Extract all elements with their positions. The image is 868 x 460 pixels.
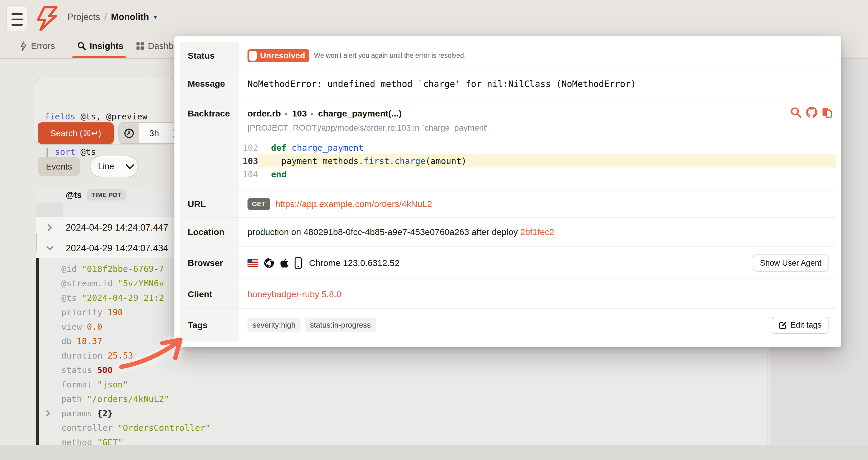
- location-row: Location production on 480291b8-0fcc-4b8…: [180, 217, 836, 246]
- scrollbar-thumb[interactable]: [36, 232, 36, 254]
- tags-label: Tags: [188, 320, 239, 330]
- edit-tags-button[interactable]: Edit tags: [772, 317, 829, 334]
- field-key: path: [61, 394, 82, 404]
- field-key: priority: [61, 307, 102, 317]
- field-value: 0.0: [87, 322, 102, 332]
- field-value: "GET": [97, 437, 123, 445]
- event-field: status500: [36, 363, 210, 377]
- chevron-right-icon[interactable]: [44, 409, 52, 417]
- field-key: params: [61, 408, 92, 419]
- field-value: "json": [97, 379, 128, 390]
- code-segment: (amount): [426, 156, 467, 166]
- field-value: "2024-04-29 21:2: [82, 293, 164, 303]
- row-timestamp: 2024-04-29 14:24:07.447: [66, 222, 168, 233]
- backtrace-file[interactable]: order.rb: [248, 109, 281, 118]
- honeybadger-logo-icon[interactable]: [35, 6, 59, 31]
- code-text: def charge_payment: [271, 143, 364, 153]
- chart-type-value[interactable]: Line: [90, 156, 122, 177]
- browser-version: Chrome 123.0.6312.52: [309, 258, 400, 268]
- error-detail-modal: Status Unresolved We won't alert you aga…: [175, 36, 841, 347]
- backtrace-breadcrumb[interactable]: order.rb ▸ 103 ▸ charge_payment(...): [248, 109, 402, 118]
- tab-errors-label: Errors: [31, 41, 55, 51]
- breadcrumb-projects[interactable]: Projects: [67, 12, 100, 22]
- github-icon[interactable]: [806, 107, 817, 118]
- show-user-agent-button[interactable]: Show User Agent: [753, 255, 829, 271]
- tab-insights[interactable]: Insights: [77, 34, 123, 58]
- code-segment: def: [271, 143, 292, 153]
- status-label: Status: [188, 51, 239, 61]
- search-code-icon[interactable]: [790, 107, 801, 118]
- breadcrumb-project-name[interactable]: Monolith: [111, 12, 149, 22]
- tag-chips: severity:highstatus:in-progress: [248, 320, 380, 330]
- chart-type-select[interactable]: Line: [90, 156, 138, 177]
- code-text: end: [271, 169, 286, 179]
- field-key: @stream.id: [61, 278, 113, 288]
- chevron-right-icon[interactable]: [45, 223, 54, 232]
- backtrace-label: Backtrace: [188, 109, 239, 118]
- code-line: 104end: [242, 168, 836, 181]
- events-toggle-button[interactable]: Events: [38, 157, 80, 176]
- search-icon: [77, 41, 86, 51]
- copy-icon[interactable]: [822, 107, 833, 118]
- client-library-link[interactable]: honeybadger-ruby 5.8.0: [248, 289, 341, 299]
- code-segment: sort: [55, 147, 75, 157]
- time-range-value[interactable]: 3h: [139, 123, 169, 143]
- field-value: "5vzYMN6v: [118, 278, 164, 288]
- clock-segment[interactable]: [119, 123, 139, 143]
- code-segment: fields: [44, 112, 75, 121]
- edit-tags-button-label: Edit tags: [790, 320, 822, 330]
- top-header: Projects / Monolith ▾: [0, 0, 868, 34]
- url-label: URL: [188, 199, 239, 209]
- code-segment: charge: [395, 156, 426, 166]
- browser-row: Browser Chrome 123.0.6312.52 Show User A…: [180, 246, 836, 280]
- code-segment: charge_payment: [292, 143, 364, 153]
- field-value: "/orders/4kNuL2": [87, 394, 169, 404]
- code-segment: .: [390, 156, 395, 166]
- breadcrumb: Projects / Monolith ▾: [67, 0, 157, 34]
- field-value: 18.37: [76, 336, 102, 346]
- tag-chip: status:in-progress: [305, 318, 376, 332]
- column-header-ts[interactable]: @ts: [66, 190, 82, 200]
- code-segment: |: [44, 147, 55, 157]
- message-label: Message: [188, 79, 239, 89]
- time-range-control[interactable]: 3h: [119, 122, 183, 144]
- client-label: Client: [188, 289, 239, 299]
- chrome-icon: [264, 258, 274, 268]
- status-badge[interactable]: Unresolved: [248, 49, 309, 62]
- mobile-phone-icon: [294, 257, 302, 269]
- field-value: 25.53: [107, 351, 133, 361]
- event-field: method"GET": [36, 435, 210, 445]
- chevron-right-icon: ▸: [285, 110, 288, 117]
- error-message: NoMethodError: undefined method `charge'…: [248, 79, 636, 89]
- tab-errors[interactable]: Errors: [20, 34, 55, 58]
- field-key: @ts: [61, 293, 76, 303]
- field-value: 190: [107, 307, 123, 317]
- event-field: controller"OrdersController": [36, 421, 210, 435]
- backtrace-line-number[interactable]: 103: [292, 109, 307, 118]
- resolve-checkbox[interactable]: [249, 51, 257, 61]
- chevron-down-icon[interactable]: [122, 156, 137, 177]
- field-value: "018f2bbe-6769-7: [82, 264, 164, 274]
- field-key: controller: [61, 423, 113, 433]
- code-snippet: 102def charge_payment103 payment_methods…: [242, 141, 836, 181]
- event-field: path"/orders/4kNuL2": [36, 392, 210, 406]
- code-line: 102def charge_payment: [242, 141, 836, 154]
- status-note: We won't alert you again until the error…: [314, 52, 466, 60]
- menu-button[interactable]: [6, 5, 27, 31]
- message-row: Message NoMethodError: undefined method …: [180, 69, 836, 97]
- grid-icon: [136, 42, 144, 50]
- search-button[interactable]: Search (⌘↵): [38, 122, 114, 144]
- status-badge-label: Unresolved: [260, 51, 305, 60]
- field-key: @id: [61, 264, 76, 274]
- project-dropdown-caret-icon[interactable]: ▾: [154, 13, 157, 21]
- location-label: Location: [188, 227, 239, 237]
- location-text: production on 480291b8-0fcc-4b85-a9e7-45…: [248, 227, 554, 237]
- request-url-link[interactable]: https://app.example.com/orders/4kNuL2: [276, 199, 432, 209]
- backtrace-method[interactable]: charge_payment(...): [318, 109, 402, 118]
- deploy-link[interactable]: 2bf1fec2: [520, 227, 554, 237]
- client-row: Client honeybadger-ruby 5.8.0: [180, 280, 836, 309]
- field-value: {2}: [97, 408, 113, 419]
- bottom-strip: [0, 445, 868, 460]
- chevron-down-icon[interactable]: [45, 244, 54, 253]
- code-segment: first: [364, 156, 389, 166]
